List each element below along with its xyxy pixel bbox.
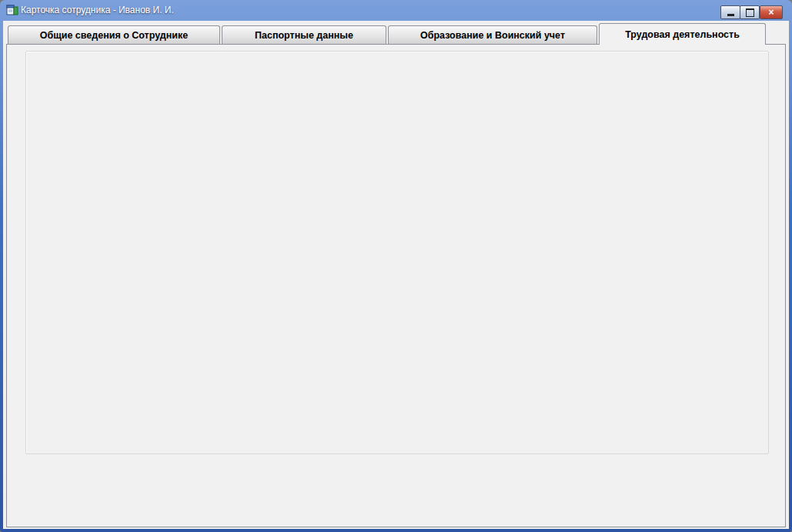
minimize-button[interactable] [720,5,740,19]
close-icon: × [768,7,774,18]
tab-passport[interactable]: Паспортные данные [222,25,386,44]
maximize-button[interactable] [740,5,760,19]
tab-general[interactable]: Общие сведения о Сотруднике [8,25,220,44]
minimize-icon [727,14,734,16]
close-button[interactable]: × [760,5,783,19]
window-title: Карточка сотрудника - Иванов И. И. [21,5,174,15]
group-box [25,51,769,454]
tab-education[interactable]: Образование и Воинский учет [388,25,597,44]
maximize-icon [746,8,754,17]
app-icon [6,4,18,16]
tab-labor-activity[interactable]: Трудовая деятельность [599,23,766,45]
employee-card-window: Карточка сотрудника - Иванов И. И. × Общ… [0,0,792,532]
